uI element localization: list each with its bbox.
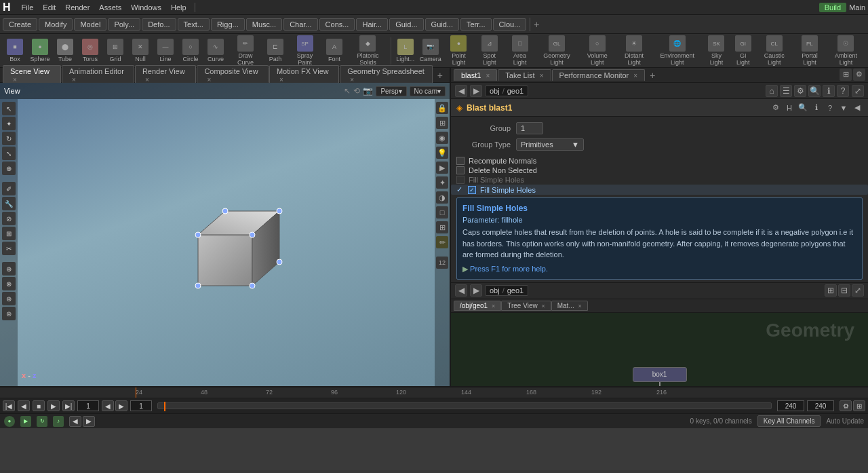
toolbar-text[interactable]: Text...: [178, 18, 210, 31]
vp-xray-icon[interactable]: ✦: [436, 176, 448, 189]
node-env-light[interactable]: 🌐 Environment Light: [652, 34, 702, 67]
tab-perf-monitor[interactable]: Performance Monitor ×: [552, 69, 646, 81]
tab-composite-view[interactable]: Composite View ×: [197, 65, 268, 85]
panel-expand-icon[interactable]: ◀: [852, 102, 863, 113]
tool-2[interactable]: 🔧: [2, 197, 16, 210]
close-mat-tab[interactable]: ×: [578, 303, 582, 309]
persp-button[interactable]: Persp▾: [376, 86, 406, 96]
tool-7[interactable]: ⊗: [2, 277, 16, 290]
vp-ortho-icon[interactable]: ⊞: [436, 221, 448, 233]
tc-settings-icon[interactable]: ⚙: [840, 400, 852, 411]
tool-rotate[interactable]: ↻: [2, 132, 16, 145]
panel-pin-icon[interactable]: H: [784, 102, 795, 113]
node-geo-light[interactable]: GL Geometry Light: [536, 34, 578, 67]
node-point-light[interactable]: ● Point Light: [443, 34, 474, 67]
tool-5[interactable]: ✂: [2, 242, 16, 255]
tab-blast1[interactable]: blast1 ×: [454, 69, 497, 81]
node-vol-light[interactable]: ○ Volume Light: [579, 34, 616, 67]
tc-jump-end[interactable]: ▶|: [62, 400, 75, 411]
menu-edit[interactable]: Edit: [39, 2, 60, 13]
node-gi-light[interactable]: GI GI Light: [731, 34, 755, 67]
tool-scale[interactable]: ⤡: [2, 147, 16, 160]
vp-grid-icon[interactable]: ⊞: [436, 117, 448, 129]
sub-nav-fwd[interactable]: ▶: [470, 284, 482, 297]
key-all-channels-btn[interactable]: Key All Channels: [757, 415, 821, 427]
tc-play-fwd[interactable]: ▶: [47, 400, 60, 411]
tc-play-back[interactable]: ◀: [18, 400, 30, 411]
close-blast1[interactable]: ×: [486, 72, 490, 79]
cb-recompute-label[interactable]: Recompute Normals: [469, 157, 536, 165]
node-sphere[interactable]: ● Sphere: [28, 37, 52, 64]
tc-end-val1[interactable]: [777, 400, 804, 411]
node-torus[interactable]: ◎ Torus: [78, 37, 102, 64]
node-grid[interactable]: ⊞ Grid: [103, 37, 127, 64]
tc-next-key[interactable]: ▶: [115, 400, 127, 411]
close-geo-tab[interactable]: ×: [492, 303, 495, 309]
node-sky-light[interactable]: SK Sky Light: [703, 34, 730, 67]
panel-collapse-icon[interactable]: ▼: [838, 102, 849, 113]
close-tree-tab[interactable]: ×: [541, 303, 545, 309]
close-take[interactable]: ×: [540, 72, 544, 79]
vp-transform-icon[interactable]: ⟲: [353, 86, 360, 96]
node-draw-curve[interactable]: ✏ Draw Curve: [229, 34, 262, 67]
toolbar-musc[interactable]: Musc...: [246, 18, 282, 31]
cb-delete-non[interactable]: [456, 166, 465, 174]
tab-plus-left[interactable]: +: [433, 69, 447, 82]
toolbar-clou[interactable]: Clou...: [493, 18, 527, 31]
sub-bc-obj[interactable]: obj: [490, 286, 500, 295]
status-prev-btn[interactable]: ◀: [69, 416, 81, 427]
node-box[interactable]: ■ Box: [3, 37, 27, 64]
vp-camera-icon[interactable]: 📷: [363, 86, 373, 96]
cb-delete-non-label[interactable]: Delete Non Selected: [469, 166, 537, 174]
node-platonic[interactable]: ◆ Platonic Solids: [347, 34, 389, 67]
status-next-btn[interactable]: ▶: [83, 416, 95, 427]
tool-4[interactable]: ⊞: [2, 227, 16, 240]
toolbar-create[interactable]: Create: [3, 18, 37, 31]
tool-6[interactable]: ⊕: [2, 262, 16, 276]
toolbar-poly[interactable]: Poly...: [108, 18, 140, 31]
tc-prev-key[interactable]: ◀: [102, 400, 114, 411]
panel-info-icon[interactable]: ℹ: [811, 102, 822, 113]
sub-nav-view2-icon[interactable]: ⊟: [838, 284, 850, 297]
vp-help-icon[interactable]: 12: [436, 257, 448, 269]
node-camera[interactable]: 📷 Camera: [418, 37, 443, 64]
node-distant-light[interactable]: ☀ Distant Light: [616, 34, 652, 67]
tc-start-frame[interactable]: [130, 400, 152, 411]
vp-wireframe-icon[interactable]: □: [436, 206, 448, 219]
view-label[interactable]: View: [4, 87, 20, 95]
menu-help[interactable]: Help: [167, 2, 191, 13]
timeline-ruler[interactable]: 24 48 72 96 120 144 168 192 216: [0, 387, 868, 398]
tab-geo-spreadsheet[interactable]: Geometry Spreadsheet ×: [340, 65, 433, 85]
sub-nav-view1-icon[interactable]: ⊞: [825, 284, 837, 297]
status-loop-icon[interactable]: ↻: [37, 416, 47, 427]
pnav-bookmark-icon[interactable]: ☰: [780, 85, 792, 97]
status-audio-icon[interactable]: ♪: [53, 416, 64, 427]
vp-shading-icon[interactable]: ◑: [436, 191, 448, 204]
cb-recompute[interactable]: [456, 157, 465, 165]
vp-render-icon[interactable]: ▶: [436, 162, 448, 174]
node-portal-light[interactable]: PL Portal Light: [793, 34, 826, 67]
status-record-icon[interactable]: ●: [4, 416, 15, 427]
sub-tab-geo[interactable]: /obj/geo1 ×: [454, 301, 501, 311]
breadcrumb-obj[interactable]: obj: [490, 87, 500, 95]
panel-search-icon[interactable]: 🔍: [797, 102, 808, 113]
node-font[interactable]: A Font: [322, 37, 347, 64]
node-curve[interactable]: ∿ Curve: [203, 37, 228, 64]
vp-snap-icon[interactable]: 🔒: [436, 102, 448, 114]
panel-help-icon[interactable]: ?: [825, 102, 835, 113]
toolbar-add-icon[interactable]: +: [534, 19, 539, 30]
sub-tab-tree[interactable]: Tree View ×: [501, 301, 551, 311]
toolbar-cons[interactable]: Cons...: [319, 18, 355, 31]
node-spot-light[interactable]: ⊿ Spot Light: [475, 34, 505, 67]
vp-select-icon[interactable]: ↖: [344, 86, 351, 96]
node-spray-paint[interactable]: SP Spray Paint: [288, 34, 321, 67]
toolbar-hair[interactable]: Hair...: [356, 18, 388, 31]
close-perf[interactable]: ×: [633, 72, 637, 79]
tab-scene-view[interactable]: Scene View ×: [3, 65, 61, 85]
pnav-search-icon[interactable]: 🔍: [808, 85, 821, 97]
node-area-light[interactable]: □ Area Light: [505, 34, 535, 67]
sub-tab-mat[interactable]: Mat... ×: [551, 301, 588, 311]
tc-stop[interactable]: ■: [33, 400, 45, 411]
vp-display-icon[interactable]: ◉: [436, 132, 448, 144]
tab-maximize-icon[interactable]: ⊞: [840, 69, 852, 81]
